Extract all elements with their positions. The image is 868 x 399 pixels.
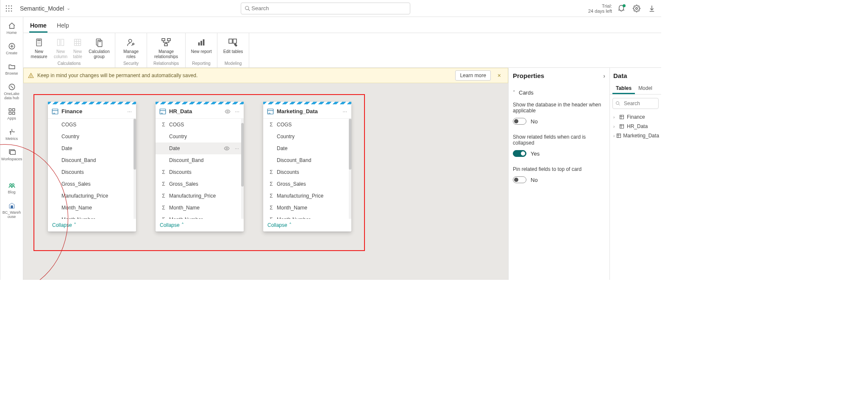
cards-section-header[interactable]: ˄ Cards [513,88,605,99]
field-row[interactable]: Country [156,131,244,142]
toggle-show-related[interactable] [513,150,526,157]
rail-item-create[interactable]: Create [2,40,22,58]
sigma-icon: Σ [268,193,274,199]
card-header[interactable]: Finance ··· [48,104,136,119]
collapse-link[interactable]: Collapse ˄ [48,219,136,232]
field-row[interactable]: Date [48,142,136,154]
app-launcher-icon[interactable] [4,3,14,14]
close-icon[interactable]: × [495,70,504,81]
field-row[interactable]: Σ Month Number [156,214,244,219]
bcwarehouse-icon [8,202,16,209]
field-name: Manufacturing_Price [61,193,133,199]
field-row[interactable]: Country [48,131,136,142]
table-card[interactable]: Finance ··· COGS Country Date Discount_B… [48,102,136,232]
new-measure-button[interactable]: New measure [26,36,52,60]
rail-item-metrics[interactable]: Metrics [2,126,22,143]
rail-item-blog[interactable]: Blog [2,179,22,197]
field-row[interactable]: Gross_Sales [48,178,136,190]
svg-rect-72 [617,134,621,138]
table-card[interactable]: HR_Data ··· Σ COGS Country Date ··· Disc… [156,102,244,232]
card-header[interactable]: Marketing_Data ··· [263,104,351,119]
manage-relationships-button[interactable]: Manage relationships [150,36,183,60]
download-icon[interactable] [646,3,658,14]
properties-pane: Properties › ˄ Cards Show the database i… [508,68,609,280]
tables-tab[interactable]: Tables [612,83,635,94]
learn-more-button[interactable]: Learn more [455,70,490,81]
field-row[interactable]: Σ Gross_Sales [263,178,351,190]
rail-label: Home [6,31,17,35]
tab-help[interactable]: Help [56,19,70,33]
edit-tables-button[interactable]: Edit tables [220,36,246,60]
card-header[interactable]: HR_Data ··· [156,104,244,119]
field-row[interactable]: Discount_Band [48,154,136,166]
sigma-icon: Σ [268,205,274,211]
toggle-pin-related[interactable] [513,176,526,183]
collapse-pane-icon[interactable]: › [603,73,605,79]
field-row[interactable]: Σ Discounts [263,166,351,178]
field-row[interactable]: Σ Gross_Sales [156,178,244,190]
rail-item-workspaces[interactable]: Workspaces [2,146,22,164]
notifications-icon[interactable] [615,3,627,14]
field-row[interactable]: Σ Month Number [263,214,351,219]
tree-table-item[interactable]: › Marketing_Data [612,131,659,140]
settings-icon[interactable] [631,3,643,14]
notification-badge [623,4,626,7]
svg-rect-21 [10,151,15,154]
sigma-icon: Σ [161,217,167,219]
field-row[interactable]: Date ··· [156,142,244,154]
field-row[interactable]: Σ COGS [156,119,244,131]
calculation-group-button[interactable]: Calculation group [86,36,112,60]
more-icon[interactable]: ··· [126,107,133,115]
field-row[interactable]: COGS [48,119,136,131]
field-row[interactable]: Discount_Band [156,154,244,166]
field-row[interactable]: Month Number [48,214,136,219]
visibility-icon[interactable] [224,108,231,115]
global-search[interactable] [241,3,410,14]
field-row[interactable]: Σ Month_Name [156,202,244,214]
rail-item-onelake[interactable]: OneLake data hub [2,81,22,103]
tree-table-item[interactable]: › Finance [612,112,659,122]
sigma-icon: Σ [268,181,274,187]
scrollbar[interactable] [134,119,136,219]
table-icon [73,36,82,48]
collapse-link[interactable]: Collapse ˄ [263,219,351,232]
toggle-show-database[interactable] [513,118,526,125]
field-row[interactable]: Month_Name [48,202,136,214]
data-search[interactable] [612,98,659,109]
rail-item-apps[interactable]: Apps [2,105,22,123]
data-search-input[interactable] [623,100,688,107]
rail-item-home[interactable]: Home [2,20,22,37]
manage-roles-button[interactable]: Manage roles [118,36,144,60]
scrollbar[interactable] [241,119,244,219]
field-row[interactable]: Discount_Band [263,154,351,166]
scrollbar[interactable] [349,119,351,219]
workspace-dropdown[interactable]: Semantic_Model ⌄ [17,3,73,14]
field-row[interactable]: Manufacturing_Price [48,190,136,202]
field-row[interactable]: Σ Manufacturing_Price [263,190,351,202]
svg-rect-43 [98,41,101,42]
global-search-input[interactable] [250,5,406,12]
more-icon[interactable]: ··· [342,107,348,115]
tree-table-item[interactable]: › HR_Data [612,122,659,131]
collapse-link[interactable]: Collapse ˄ [156,219,244,232]
model-tab[interactable]: Model [635,83,656,94]
field-row[interactable]: Σ Month_Name [263,202,351,214]
more-icon[interactable]: ··· [234,107,240,115]
field-row[interactable]: Σ COGS [263,119,351,131]
new-report-button[interactable]: New report [188,36,214,60]
model-canvas[interactable]: Finance ··· COGS Country Date Discount_B… [23,83,508,280]
table-icon [619,114,625,120]
more-icon[interactable]: ··· [234,145,240,151]
field-row[interactable]: Date [263,142,351,154]
table-card[interactable]: Marketing_Data ··· Σ COGS Country Date D… [263,102,351,232]
rail-item-bcwarehouse[interactable]: BC_Wareh ouse [2,199,22,221]
left-nav-rail: HomeCreateBrowseOneLake data hubAppsMetr… [0,17,23,280]
rail-item-browse[interactable]: Browse [2,60,22,78]
field-row[interactable]: Σ Discounts [156,166,244,178]
visibility-icon[interactable] [223,145,231,151]
field-row[interactable]: Σ Manufacturing_Price [156,190,244,202]
card-title: Marketing_Data [277,108,339,114]
tab-home[interactable]: Home [29,19,47,33]
field-row[interactable]: Country [263,131,351,142]
field-row[interactable]: Discounts [48,166,136,178]
